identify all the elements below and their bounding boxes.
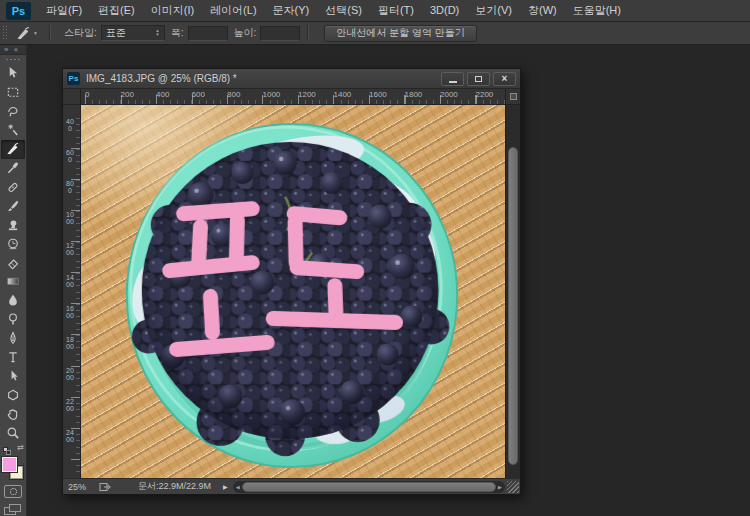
vertical-scrollbar-thumb[interactable] (508, 147, 518, 465)
zoom-tool[interactable] (1, 423, 25, 442)
status-popout-icon[interactable] (99, 481, 112, 492)
h-ruler-label: 600 (192, 90, 205, 99)
photo-grapes-on-plate (81, 105, 505, 478)
v-ruler-label: 600 (66, 149, 74, 163)
healing-brush-tool[interactable] (1, 177, 25, 196)
canvas[interactable] (81, 105, 505, 478)
menu-item-window[interactable]: 창(W) (520, 0, 565, 21)
brush-tool[interactable] (1, 196, 25, 215)
swap-colors-icon[interactable]: ⇄ (17, 443, 24, 452)
h-ruler-label: 1600 (369, 90, 387, 99)
slice-tool[interactable] (1, 140, 25, 159)
eraser-tool[interactable] (1, 253, 25, 272)
photoshop-file-icon: Ps (67, 72, 80, 85)
height-field[interactable] (260, 26, 300, 41)
v-ruler[interactable]: 4006008001000120014001600180020002200240… (63, 105, 81, 478)
h-ruler-label: 0 (85, 90, 89, 99)
height-label: 높이: (234, 26, 257, 40)
rectangular-marquee-tool[interactable] (1, 83, 25, 102)
v-ruler-label: 800 (66, 180, 74, 194)
select-arrows-icon: ▲▼ (155, 29, 159, 37)
v-ruler-label: 1400 (66, 274, 74, 288)
style-select[interactable]: 표준 ▲▼ (101, 25, 165, 41)
minimize-icon (449, 81, 457, 83)
collapse-panel-icon[interactable]: » (4, 45, 8, 54)
tools-panel: » × (0, 45, 27, 516)
menu-item-help[interactable]: 도움말(H) (565, 0, 629, 21)
panel-grip-icon[interactable] (5, 58, 21, 62)
path-selection-tool[interactable] (1, 366, 25, 385)
menu-item-filter[interactable]: 필터(T) (370, 0, 422, 21)
menu-item-layer[interactable]: 레이어(L) (202, 0, 264, 21)
shape-tool[interactable] (1, 385, 25, 404)
h-ruler-label: 1000 (263, 90, 281, 99)
move-tool[interactable] (1, 64, 25, 83)
eyedropper-tool[interactable] (1, 159, 25, 178)
status-menu-arrow[interactable]: ▶ (223, 483, 228, 490)
default-and-swap-colors[interactable]: ⇄ (2, 444, 24, 454)
menu-item-edit[interactable]: 편집(E) (90, 0, 143, 21)
h-ruler-label: 2200 (476, 90, 494, 99)
menu-item-select[interactable]: 선택(S) (317, 0, 370, 21)
quick-mask-mode-button[interactable] (4, 485, 22, 498)
slices-from-guides-button[interactable]: 안내선에서 분할 영역 만들기 (324, 25, 476, 42)
ruler-corner (63, 89, 81, 105)
pen-tool[interactable] (1, 329, 25, 348)
history-brush-tool[interactable] (1, 234, 25, 253)
dodge-tool[interactable] (1, 310, 25, 329)
corner-icon (510, 93, 517, 100)
window-resize-grip[interactable] (507, 481, 519, 493)
active-tool-preview[interactable]: ▼ (12, 26, 42, 41)
horizontal-scrollbar-thumb[interactable] (242, 482, 496, 492)
menu-item-3d[interactable]: 3D(D) (422, 0, 467, 21)
v-ruler-label: 2200 (66, 398, 74, 412)
v-ruler-label: 1200 (66, 242, 74, 256)
document-title: IMG_4183.JPG @ 25% (RGB/8) * (86, 73, 438, 84)
scroll-right-icon[interactable]: ▶ (496, 484, 504, 490)
style-select-value: 표준 (106, 26, 126, 40)
v-ruler-label: 2000 (66, 367, 74, 381)
divider (49, 25, 51, 41)
divider (307, 25, 309, 41)
menu-item-view[interactable]: 보기(V) (467, 0, 520, 21)
tool-options-bar: ▼ 스타일: 표준 ▲▼ 폭: 높이: 안내선에서 분할 영역 만들기 (0, 22, 750, 45)
close-button[interactable]: × (493, 72, 516, 86)
style-label: 스타일: (64, 26, 97, 40)
clone-stamp-tool[interactable] (1, 215, 25, 234)
menu-item-type[interactable]: 문자(Y) (265, 0, 318, 21)
close-panel-icon[interactable]: × (13, 45, 18, 54)
h-ruler[interactable]: 0200400600800100012001400160018002000220… (81, 89, 505, 105)
color-swatches (2, 457, 24, 480)
v-ruler-label: 1600 (66, 305, 74, 319)
menu-item-image[interactable]: 이미지(I) (143, 0, 202, 21)
document-window: Ps IMG_4183.JPG @ 25% (RGB/8) * × 020040… (62, 68, 521, 495)
lasso-tool[interactable] (1, 102, 25, 121)
h-ruler-label: 1200 (298, 90, 316, 99)
h-ruler-label: 2000 (440, 90, 458, 99)
photoshop-app: Ps 파일(F) 편집(E) 이미지(I) 레이어(L) 문자(Y) 선택(S)… (0, 0, 750, 516)
hand-tool[interactable] (1, 404, 25, 423)
width-field[interactable] (188, 26, 228, 41)
zoom-level-field[interactable]: 25% (63, 482, 95, 492)
menu-item-file[interactable]: 파일(F) (38, 0, 90, 21)
maximize-button[interactable] (467, 72, 490, 86)
gradient-tool[interactable] (1, 272, 25, 291)
vertical-scrollbar[interactable] (505, 105, 520, 478)
magic-wand-tool[interactable] (1, 121, 25, 140)
screen-mode-button[interactable] (4, 504, 22, 516)
options-bar-grip[interactable] (2, 25, 8, 41)
minimize-button[interactable] (441, 72, 464, 86)
chevron-down-icon: ▼ (33, 30, 38, 36)
h-ruler-label: 400 (156, 90, 169, 99)
horizontal-scrollbar[interactable]: ◀ ▶ (233, 481, 505, 493)
v-ruler-label: 1800 (66, 336, 74, 350)
tools-panel-header[interactable]: » × (0, 45, 26, 55)
document-titlebar[interactable]: Ps IMG_4183.JPG @ 25% (RGB/8) * × (63, 69, 520, 89)
foreground-color-swatch[interactable] (2, 457, 17, 472)
scroll-left-icon[interactable]: ◀ (234, 484, 242, 490)
scrollbar-top-corner (505, 89, 520, 105)
type-tool[interactable] (1, 348, 25, 367)
h-ruler-label: 1800 (405, 90, 423, 99)
blur-tool[interactable] (1, 291, 25, 310)
h-ruler-label: 1400 (334, 90, 352, 99)
